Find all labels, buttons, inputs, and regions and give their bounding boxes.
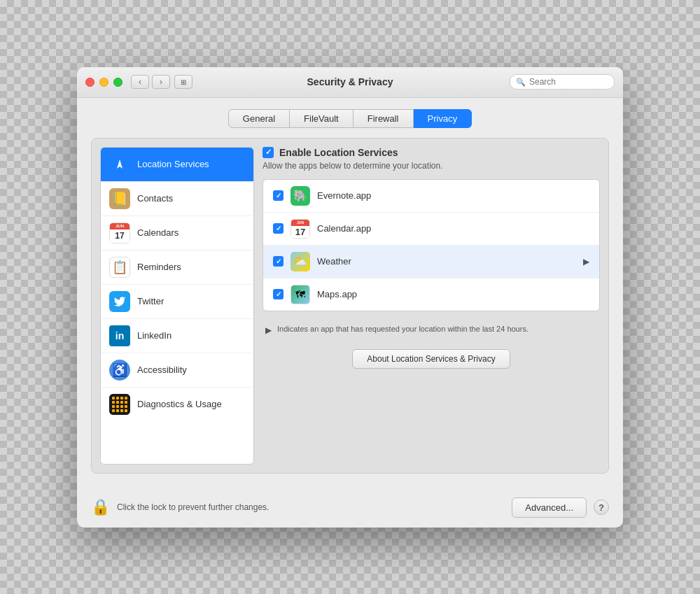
location-icon xyxy=(109,154,130,175)
calendar-name: Calendar.app xyxy=(317,223,589,234)
footer: 🔒 Click the lock to prevent further chan… xyxy=(77,488,623,528)
maps-checkbox[interactable]: ✓ xyxy=(273,289,284,299)
sidebar-item-calendars[interactable]: JUN 17 Calendars xyxy=(101,216,253,250)
app-row-weather: ✓ ⛅ Weather ▶ xyxy=(263,246,599,278)
sidebar-item-contacts[interactable]: 📒 Contacts xyxy=(101,182,253,216)
back-button[interactable]: ‹ xyxy=(131,75,149,89)
cal-day: 17 xyxy=(110,229,130,243)
right-panel: ✓ Enable Location Services Allow the app… xyxy=(262,147,600,465)
sidebar-item-location-services[interactable]: Location Services xyxy=(101,148,253,182)
app-row-evernote: ✓ 🐘 Evernote.app xyxy=(263,180,599,213)
sidebar-label-calendars: Calendars xyxy=(137,227,178,238)
linkedin-icon: in xyxy=(109,325,130,346)
sidebar-item-diagnostics[interactable]: Diagnostics & Usage xyxy=(101,388,253,421)
tab-general[interactable]: General xyxy=(228,109,290,128)
sidebar-item-linkedin[interactable]: in LinkedIn xyxy=(101,319,253,353)
hint-row: ▶ Indicates an app that has requested yo… xyxy=(262,320,600,339)
contacts-icon: 📒 xyxy=(109,188,130,209)
traffic-lights xyxy=(85,78,122,87)
minimize-button[interactable] xyxy=(99,78,108,87)
help-button[interactable]: ? xyxy=(594,500,609,515)
calendar-checkbox[interactable]: ✓ xyxy=(273,223,284,234)
sidebar: Location Services 📒 Contacts JUN 17 Cale… xyxy=(100,147,254,465)
weather-name: Weather xyxy=(317,256,576,267)
grid-button[interactable]: ⊞ xyxy=(174,75,192,89)
search-icon: 🔍 xyxy=(516,78,526,87)
sidebar-item-reminders[interactable]: 📋 Reminders xyxy=(101,250,253,285)
sidebar-item-twitter[interactable]: Twitter xyxy=(101,285,253,319)
enable-location-checkbox[interactable]: ✓ xyxy=(262,147,274,158)
app-row-calendar: ✓ JUN 17 Calendar.app xyxy=(263,213,599,246)
enable-desc: Allow the apps below to determine your l… xyxy=(262,161,600,171)
sidebar-label-accessibility: Accessibility xyxy=(137,365,187,375)
diagnostics-icon xyxy=(109,394,130,415)
cal-month: JUN xyxy=(110,223,130,229)
titlebar: ‹ › ⊞ Security & Privacy 🔍 xyxy=(77,67,623,98)
sidebar-label-reminders: Reminders xyxy=(137,262,181,272)
tabs: General FileVault Firewall Privacy xyxy=(91,109,609,128)
evernote-icon: 🐘 xyxy=(290,186,310,206)
sidebar-label-linkedin: LinkedIn xyxy=(137,330,172,341)
evernote-name: Evernote.app xyxy=(317,190,589,201)
lock-icon[interactable]: 🔒 xyxy=(91,498,110,516)
forward-button[interactable]: › xyxy=(152,75,170,89)
about-location-button[interactable]: About Location Services & Privacy xyxy=(352,349,510,369)
search-input[interactable] xyxy=(529,77,608,87)
sidebar-label-diagnostics: Diagnostics & Usage xyxy=(137,399,222,409)
apps-list: ✓ 🐘 Evernote.app ✓ JUN 17 xyxy=(262,179,600,311)
window-title: Security & Privacy xyxy=(307,76,393,87)
sidebar-label-contacts: Contacts xyxy=(137,193,173,204)
accessibility-icon: ♿ xyxy=(109,360,130,381)
hint-arrow-icon: ▶ xyxy=(265,325,272,335)
svg-marker-0 xyxy=(117,160,122,169)
sidebar-item-accessibility[interactable]: ♿ Accessibility xyxy=(101,353,253,388)
weather-icon: ⛅ xyxy=(290,252,310,271)
weather-checkbox[interactable]: ✓ xyxy=(273,256,284,267)
hint-text: Indicates an app that has requested your… xyxy=(277,324,528,334)
tab-filevault[interactable]: FileVault xyxy=(290,109,354,128)
twitter-icon xyxy=(109,291,130,312)
app-row-maps: ✓ 🗺 Maps.app xyxy=(263,278,599,311)
nav-buttons: ‹ › xyxy=(131,75,170,89)
sidebar-label-location-services: Location Services xyxy=(137,159,209,169)
content-area: General FileVault Firewall Privacy Locat… xyxy=(77,98,623,488)
weather-location-arrow: ▶ xyxy=(583,257,589,267)
enable-location-label: Enable Location Services xyxy=(279,147,398,158)
enable-row: ✓ Enable Location Services xyxy=(262,147,600,158)
maximize-button[interactable] xyxy=(113,78,122,87)
evernote-checkbox[interactable]: ✓ xyxy=(273,190,284,201)
reminders-icon: 📋 xyxy=(109,257,130,278)
sidebar-label-twitter: Twitter xyxy=(137,296,164,306)
tab-privacy[interactable]: Privacy xyxy=(414,109,472,128)
tab-firewall[interactable]: Firewall xyxy=(354,109,414,128)
calendar-app-icon: JUN 17 xyxy=(290,219,310,239)
search-box[interactable]: 🔍 xyxy=(510,74,615,90)
maps-icon: 🗺 xyxy=(290,285,310,304)
lock-text: Click the lock to prevent further change… xyxy=(117,502,505,512)
maps-name: Maps.app xyxy=(317,289,589,299)
calendars-icon: JUN 17 xyxy=(109,222,130,243)
window: ‹ › ⊞ Security & Privacy 🔍 General FileV… xyxy=(77,67,623,528)
advanced-button[interactable]: Advanced... xyxy=(512,497,587,518)
close-button[interactable] xyxy=(85,78,94,87)
main-panel: Location Services 📒 Contacts JUN 17 Cale… xyxy=(91,138,609,474)
